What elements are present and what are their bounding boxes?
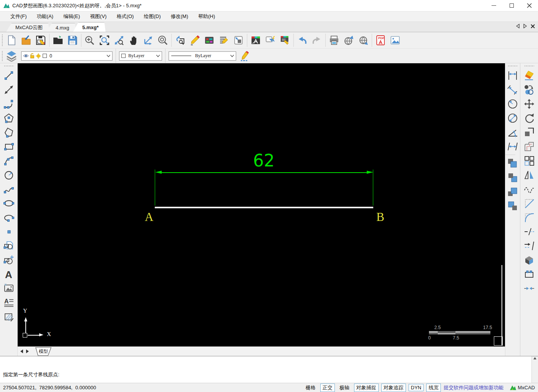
erase-button[interactable] [522,68,536,82]
dim-continue-button[interactable] [506,139,520,153]
zoom-extents-button[interactable] [112,33,126,48]
layout-next-button[interactable] [25,348,30,355]
pan-button[interactable] [126,33,141,48]
rectangle-button[interactable] [2,139,16,153]
menu-format[interactable]: 格式(O) [112,12,139,21]
maximize-button[interactable] [503,0,520,11]
polyline-button[interactable] [2,97,16,111]
export-pdf-button[interactable]: PDF [373,33,388,48]
extend-button[interactable] [522,239,536,253]
tab-5mxg-active[interactable]: 5.mxg* [73,22,106,32]
toolbar-grip[interactable] [524,65,534,67]
toggle-polar[interactable]: 极轴 [338,384,351,392]
draw-order-above-button[interactable] [506,184,520,199]
toggle-ortho[interactable]: 正交 [320,384,335,392]
chevron-down-icon[interactable] [156,55,160,57]
spline-edit-button[interactable] [522,182,536,196]
undo-button[interactable] [295,33,310,48]
dim-aligned-button[interactable] [506,82,520,97]
polygon-button[interactable] [2,111,16,125]
measure-button[interactable] [141,33,156,48]
linetype-combo[interactable]: ByLayer [169,51,236,61]
redo-button[interactable] [310,33,324,48]
circle-button[interactable] [2,168,16,182]
copy-button[interactable] [522,82,536,97]
toggle-dyn[interactable]: DYN [409,384,424,391]
zoom-window-button[interactable] [97,33,112,48]
menu-view[interactable]: 视图(V) [85,12,111,21]
zoom-center-button[interactable] [156,33,170,48]
view-back-button[interactable] [173,33,187,48]
spline-button[interactable] [2,182,16,196]
hatch-button[interactable] [2,310,16,324]
dim-linear-button[interactable] [506,68,520,82]
text-edit-button[interactable] [217,33,231,48]
toolbar-grip[interactable] [2,34,3,46]
menu-file[interactable]: 文件(F) [5,12,32,21]
explode-button[interactable] [522,253,536,267]
insert-image-button[interactable] [388,33,402,48]
menu-edit[interactable]: 编辑(E) [58,12,85,21]
point-button[interactable] [2,224,16,239]
save-button[interactable] [33,33,48,48]
layout-prev-button[interactable] [19,348,25,355]
web-open-button[interactable] [356,33,371,48]
toggle-lineweight[interactable]: 线宽 [426,384,441,392]
menu-draw[interactable]: 绘图(D) [139,12,166,21]
move-button[interactable] [522,97,536,111]
toolbar-grip[interactable] [508,65,518,67]
feedback-link[interactable]: 提交软件问题或增加新功能 [444,384,503,391]
open-drawing-button[interactable] [19,33,33,48]
model-tab[interactable]: 模型 [33,347,54,356]
dim-diameter-button[interactable] [506,111,520,125]
block-button[interactable] [2,239,16,253]
tab-4mxg[interactable]: 4.mxg [46,23,76,32]
stretch-button[interactable] [522,267,536,281]
toggle-grid[interactable]: 栅格 [304,384,318,392]
chevron-down-icon[interactable] [107,55,110,57]
quick-select-button[interactable] [263,33,278,48]
offset-button[interactable] [522,139,536,153]
draw-order-front-button[interactable] [506,156,520,170]
save-as-button[interactable] [65,33,80,48]
rotate-button[interactable] [522,111,536,125]
ellipse-arc-button[interactable] [2,210,16,224]
menu-modify[interactable]: 修改(M) [166,12,193,21]
annotate-pencil-button[interactable] [187,33,202,48]
toggle-osnap[interactable]: 对象捕捉 [354,384,379,392]
tab-scroll-right-icon[interactable] [523,24,527,28]
mirror-button[interactable] [522,168,536,182]
dim-angular-button[interactable] [506,125,520,139]
trim-button[interactable] [522,224,536,239]
color-combo[interactable]: ByLayer [119,51,162,61]
text-style-button[interactable] [248,33,263,48]
menu-help[interactable]: 帮助(H) [193,12,220,21]
chamfer-button[interactable] [522,196,536,210]
draw-order-below-button[interactable] [506,199,520,213]
open-folder-button[interactable] [51,33,65,48]
toggle-otrack[interactable]: 对象追踪 [381,384,406,392]
toolbar-grip[interactable] [4,65,14,67]
chevron-down-icon[interactable] [230,55,234,57]
text-button[interactable]: A [2,267,16,281]
scroll-up-icon[interactable] [533,357,536,359]
tab-scroll-left-icon[interactable] [516,24,520,28]
tab-mxcad-cloud[interactable]: MxCAD云图 [6,23,50,32]
tab-close-icon[interactable] [531,24,535,28]
format-painter-button[interactable] [278,33,292,48]
draw-order-back-button[interactable] [506,170,520,184]
ellipse-button[interactable] [2,196,16,210]
page-select-button[interactable] [231,33,246,48]
arc-button[interactable] [2,153,16,168]
close-button[interactable] [520,0,538,11]
join-button[interactable] [522,281,536,295]
print-button[interactable] [327,33,341,48]
dim-radius-button[interactable] [506,97,520,111]
mtext-button[interactable]: A [2,295,16,310]
minimize-button[interactable] [485,0,503,11]
fillet-button[interactable] [522,210,536,224]
drawing-canvas[interactable]: 62 A B Y X 2.5 17.5 [18,63,505,346]
linetype-edit-button[interactable] [238,49,252,63]
toolbar-grip[interactable] [2,51,3,61]
layer-combo[interactable]: 0 [21,51,113,61]
